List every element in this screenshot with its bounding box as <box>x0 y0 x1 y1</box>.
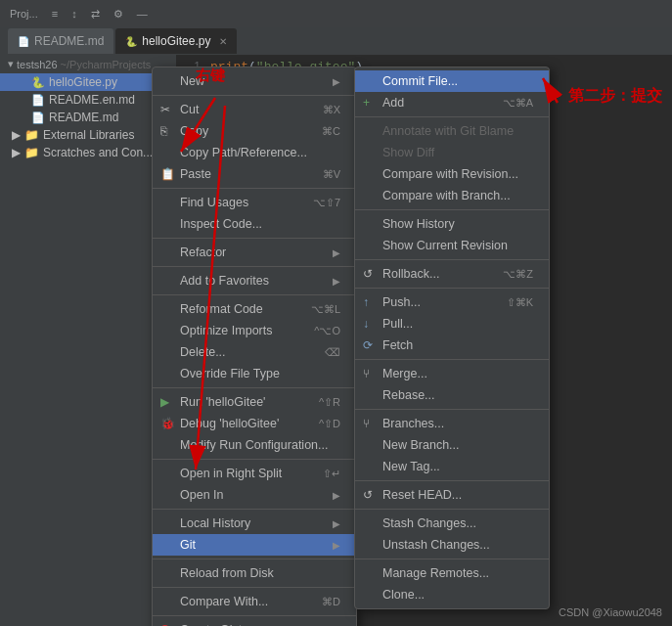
menu-new-branch-label: New Branch... <box>382 438 460 452</box>
delete-shortcut: ⌫ <box>325 346 340 359</box>
project-header: ▾ testsh26 ~/PycharmProjects <box>0 55 176 73</box>
tab-readme[interactable]: 📄 README.md <box>8 28 113 54</box>
menu-reset-head[interactable]: ↺ Reset HEAD... <box>355 484 549 506</box>
menu-open-in[interactable]: Open In ▶ <box>153 484 356 506</box>
fetch-icon: ⟳ <box>363 338 373 352</box>
menu-show-history[interactable]: Show History <box>355 213 549 235</box>
menu-create-gist-1[interactable]: G Create Gist... <box>153 619 356 626</box>
menu-optimize[interactable]: Optimize Imports ^⌥O <box>153 320 356 341</box>
tab-readme-label: README.md <box>34 34 104 48</box>
menu-show-current-label: Show Current Revision <box>382 239 508 252</box>
menu-compare-revision[interactable]: Compare with Revision... <box>355 163 549 185</box>
menu-open-right-label: Open in Right Split <box>180 467 282 480</box>
menu-inspect[interactable]: Inspect Code... <box>153 213 356 235</box>
toolbar-icon-menu[interactable]: ≡ <box>47 6 63 22</box>
menu-compare-branch-label: Compare with Branch... <box>382 189 511 202</box>
sidebar-item-ext-libs[interactable]: ▶ 📁 External Libraries <box>0 126 176 144</box>
menu-reload-label: Reload from Disk <box>180 566 274 580</box>
sidebar-item-scratches[interactable]: ▶ 📁 Scratches and Con... <box>0 144 176 161</box>
project-collapse-icon[interactable]: ▾ <box>8 58 14 70</box>
menu-modify-run[interactable]: Modify Run Configuration... <box>153 434 356 456</box>
menu-add-favorites-label: Add to Favorites <box>180 274 269 288</box>
tab-hellgitee-label: helloGitee.py <box>142 34 210 48</box>
menu-refactor-label: Refactor <box>180 246 226 259</box>
menu-delete[interactable]: Delete... ⌫ <box>153 341 356 363</box>
menu-compare-branch[interactable]: Compare with Branch... <box>355 185 549 206</box>
menu-refactor[interactable]: Refactor ▶ <box>153 242 356 263</box>
menu-find-usages[interactable]: Find Usages ⌥⇧7 <box>153 192 356 213</box>
menu-new-branch[interactable]: New Branch... <box>355 434 549 456</box>
menu-add[interactable]: + Add ⌥⌘A <box>355 92 549 113</box>
menu-add-label: Add <box>382 96 404 110</box>
menu-unstash[interactable]: Unstash Changes... <box>355 534 549 556</box>
git-sep-7 <box>355 480 549 481</box>
find-usages-shortcut: ⌥⇧7 <box>313 197 340 209</box>
sep-2 <box>153 188 356 189</box>
run-icon: ▶ <box>160 395 169 409</box>
menu-reload[interactable]: Reload from Disk <box>153 562 356 584</box>
menu-compare[interactable]: Compare With... ⌘D <box>153 591 356 612</box>
tab-close-icon[interactable]: ✕ <box>219 36 227 47</box>
menu-stash-label: Stash Changes... <box>382 516 476 530</box>
sep-3 <box>153 238 356 239</box>
toolbar-icon-settings[interactable]: ⚙ <box>109 6 128 22</box>
hellgitee-file-icon: 🐍 <box>31 76 45 89</box>
menu-debug[interactable]: 🐞 Debug 'helloGitee' ^⇧D <box>153 413 356 434</box>
menu-rebase-label: Rebase... <box>382 388 435 402</box>
menu-local-history[interactable]: Local History ▶ <box>153 513 356 534</box>
sep-7 <box>153 459 356 460</box>
menu-pull[interactable]: ↓ Pull... <box>355 313 549 335</box>
menu-copy[interactable]: ⎘ Copy ⌘C <box>153 120 356 142</box>
sidebar-item-readme[interactable]: 📄 README.md <box>0 109 176 126</box>
annotation-right-click: 右键 <box>196 67 225 85</box>
sidebar-item-hellgitee[interactable]: 🐍 helloGitee.py <box>0 73 176 91</box>
menu-reset-head-label: Reset HEAD... <box>382 488 462 502</box>
git-sep-1 <box>355 116 549 117</box>
menu-rebase[interactable]: Rebase... <box>355 384 549 406</box>
menu-clone[interactable]: Clone... <box>355 584 549 605</box>
git-arrow: ▶ <box>333 540 340 551</box>
menu-git[interactable]: Git ▶ <box>153 534 356 556</box>
menu-compare-label: Compare With... <box>180 595 268 608</box>
context-menu-left: New ▶ ✂ Cut ⌘X ⎘ Copy ⌘C Copy Path/Refer… <box>152 67 357 626</box>
menu-branches[interactable]: ⑂ Branches... <box>355 413 549 434</box>
menu-paste[interactable]: 📋 Paste ⌘V <box>153 163 356 185</box>
menu-run[interactable]: ▶ Run 'helloGitee' ^⇧R <box>153 391 356 413</box>
menu-commit-file[interactable]: Commit File... <box>355 70 549 92</box>
menu-paste-label: Paste <box>180 167 211 181</box>
tab-bar: 📄 README.md 🐍 helloGitee.py ✕ <box>0 27 672 55</box>
branches-icon: ⑂ <box>363 417 370 430</box>
toolbar-icon-split[interactable]: ⇄ <box>86 6 105 22</box>
menu-new[interactable]: New ▶ <box>153 70 356 92</box>
toolbar-icon-minimize[interactable]: — <box>132 6 153 22</box>
menu-show-current-revision[interactable]: Show Current Revision <box>355 235 549 256</box>
menu-override-type[interactable]: Override File Type <box>153 363 356 384</box>
menu-fetch[interactable]: ⟳ Fetch <box>355 335 549 356</box>
toolbar-icon-arrows[interactable]: ↕ <box>67 6 82 22</box>
menu-clone-label: Clone... <box>382 588 425 602</box>
copy-shortcut: ⌘C <box>322 125 340 138</box>
git-sep-2 <box>355 209 549 210</box>
menu-stash[interactable]: Stash Changes... <box>355 513 549 534</box>
menu-copy-path[interactable]: Copy Path/Reference... <box>153 142 356 163</box>
paste-shortcut: ⌘V <box>323 168 340 181</box>
menu-push[interactable]: ↑ Push... ⇧⌘K <box>355 291 549 313</box>
menu-reformat[interactable]: Reformat Code ⌥⌘L <box>153 298 356 320</box>
menu-branches-label: Branches... <box>382 417 444 430</box>
project-label[interactable]: Proj... <box>5 6 43 22</box>
tab-hellgitee[interactable]: 🐍 helloGitee.py ✕ <box>115 28 237 54</box>
push-shortcut: ⇧⌘K <box>507 296 533 309</box>
menu-open-right-split[interactable]: Open in Right Split ⇧↵ <box>153 463 356 484</box>
menu-manage-remotes[interactable]: Manage Remotes... <box>355 562 549 584</box>
menu-copy-path-label: Copy Path/Reference... <box>180 146 307 159</box>
readme-icon: 📄 <box>18 36 29 47</box>
menu-override-type-label: Override File Type <box>180 367 280 380</box>
menu-merge[interactable]: ⑂ Merge... <box>355 363 549 384</box>
sidebar-item-readme-en[interactable]: 📄 README.en.md <box>0 91 176 109</box>
menu-add-favorites[interactable]: Add to Favorites ▶ <box>153 270 356 291</box>
menu-cut[interactable]: ✂ Cut ⌘X <box>153 99 356 120</box>
open-in-arrow: ▶ <box>333 490 340 501</box>
menu-new-tag[interactable]: New Tag... <box>355 456 549 477</box>
menu-rollback[interactable]: ↺ Rollback... ⌥⌘Z <box>355 263 549 285</box>
local-history-arrow: ▶ <box>333 518 340 529</box>
